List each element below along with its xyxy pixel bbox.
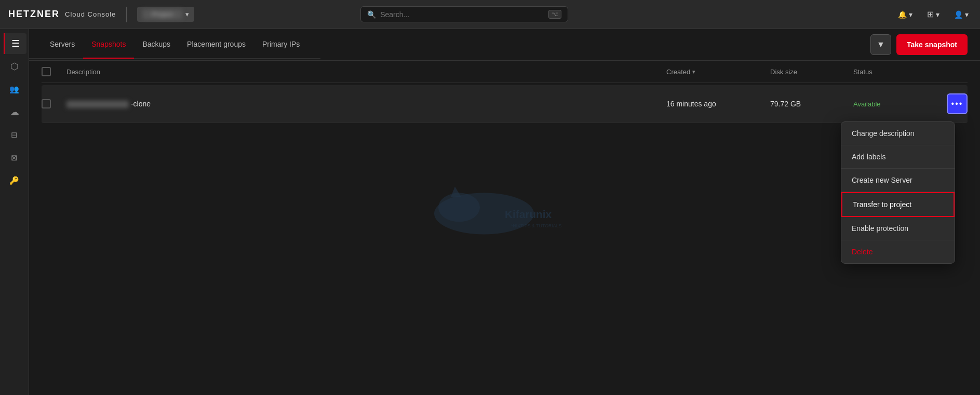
server-icon: ⬡ bbox=[10, 61, 19, 72]
loadbalancer-icon: ⊠ bbox=[11, 153, 18, 162]
main-layout: ☰ ⬡ 👥 ☁ ⊟ ⊠ 🔑 Servers bbox=[0, 29, 980, 395]
filter-icon: ▼ bbox=[877, 40, 885, 49]
actions-dropdown: Change description Add labels Create new… bbox=[841, 121, 955, 264]
tabs-actions-bar: Servers Snapshots Backups Placement grou… bbox=[29, 29, 980, 61]
svg-marker-2 bbox=[451, 186, 461, 197]
row-description: -clone bbox=[66, 100, 666, 108]
more-icon: ••• bbox=[951, 99, 963, 108]
row-disk-size: 79.72 GB bbox=[770, 100, 853, 108]
sidebar-item-volumes[interactable]: ☁ bbox=[4, 102, 25, 122]
tab-primary-ips[interactable]: Primary IPs bbox=[254, 31, 308, 59]
search-input[interactable] bbox=[380, 10, 544, 19]
cloud-console-label: Cloud Console bbox=[65, 10, 116, 18]
chevron-down-icon: ▾ bbox=[936, 10, 939, 19]
svg-text:Kifarunix: Kifarunix bbox=[505, 208, 552, 220]
sidebar-item-ssh-keys[interactable]: 🔑 bbox=[4, 170, 25, 191]
brand-logo: HETZNER Cloud Console bbox=[8, 9, 116, 20]
sidebar-item-networks[interactable]: ⊟ bbox=[4, 125, 25, 145]
sidebar-item-loadbalancers[interactable]: ⊠ bbox=[4, 147, 25, 168]
table-row: -clone 16 minutes ago 79.72 GB Available… bbox=[42, 85, 968, 123]
sort-icon: ▾ bbox=[692, 69, 695, 75]
sidebar-item-users[interactable]: 👥 bbox=[4, 79, 25, 100]
users-icon: 👥 bbox=[9, 85, 19, 94]
network-icon: ⊟ bbox=[11, 130, 18, 140]
row-actions-col: ••• bbox=[936, 93, 968, 114]
main-content: Servers Snapshots Backups Placement grou… bbox=[29, 29, 980, 395]
header-disk-size: Disk size bbox=[770, 68, 853, 76]
project-selector[interactable]: Project ▾ bbox=[137, 7, 194, 22]
notifications-button[interactable]: 🔔 ▾ bbox=[895, 8, 916, 21]
take-snapshot-button[interactable]: Take snapshot bbox=[896, 34, 968, 55]
snapshots-table: Description Created ▾ Disk size Status -… bbox=[29, 61, 980, 123]
tab-servers[interactable]: Servers bbox=[42, 31, 83, 59]
tab-bar: Servers Snapshots Backups Placement grou… bbox=[29, 31, 320, 59]
watermark: Kifarunix *NIXTIPS & TUTORIALS bbox=[401, 180, 609, 244]
nav-right-section: 🔔 ▾ ⊞ ▾ 👤 ▾ bbox=[895, 7, 972, 21]
blurred-name bbox=[66, 101, 129, 108]
svg-point-1 bbox=[438, 193, 480, 222]
sidebar: ☰ ⬡ 👥 ☁ ⊟ ⊠ 🔑 bbox=[0, 29, 29, 395]
row-checkbox-col bbox=[42, 99, 66, 108]
dropdown-item-delete[interactable]: Delete bbox=[841, 240, 955, 263]
tab-placement-groups[interactable]: Placement groups bbox=[179, 31, 254, 59]
status-badge: Available bbox=[853, 100, 881, 108]
tab-snapshots[interactable]: Snapshots bbox=[83, 31, 134, 59]
user-icon: 👤 bbox=[954, 10, 963, 19]
list-icon: ☰ bbox=[11, 38, 20, 49]
nav-divider bbox=[126, 7, 127, 22]
bell-icon: 🔔 bbox=[898, 10, 907, 19]
dropdown-item-transfer-project[interactable]: Transfer to project bbox=[841, 192, 955, 217]
grid-icon: ⊞ bbox=[927, 9, 934, 19]
cloud-icon: ☁ bbox=[10, 106, 19, 118]
dropdown-item-enable-protection[interactable]: Enable protection bbox=[841, 217, 955, 240]
hetzner-logo-text: HETZNER bbox=[8, 9, 60, 20]
chevron-down-icon: ▾ bbox=[965, 10, 969, 19]
dropdown-item-add-labels[interactable]: Add labels bbox=[841, 145, 955, 169]
sidebar-item-dashboard[interactable]: ☰ bbox=[4, 33, 26, 54]
svg-point-0 bbox=[434, 193, 534, 234]
header-created[interactable]: Created ▾ bbox=[666, 68, 770, 76]
chevron-down-icon: ▾ bbox=[909, 10, 912, 19]
top-navigation: HETZNER Cloud Console Project ▾ 🔍 ⌥ 🔔 ▾ … bbox=[0, 0, 980, 29]
project-name: Project bbox=[142, 9, 182, 19]
search-shortcut: ⌥ bbox=[548, 10, 561, 19]
dropdown-item-create-server[interactable]: Create new Server bbox=[841, 169, 955, 192]
search-icon: 🔍 bbox=[367, 10, 376, 19]
row-actions-button[interactable]: ••• bbox=[947, 93, 968, 114]
tab-backups[interactable]: Backups bbox=[134, 31, 179, 59]
user-button[interactable]: 👤 ▾ bbox=[951, 8, 972, 21]
header-checkbox-col bbox=[42, 67, 66, 76]
row-status: Available bbox=[853, 100, 936, 108]
description-suffix: -clone bbox=[131, 100, 151, 108]
chevron-down-icon: ▾ bbox=[185, 10, 189, 18]
sidebar-item-servers[interactable]: ⬡ bbox=[4, 56, 25, 77]
select-all-checkbox[interactable] bbox=[42, 67, 51, 76]
svg-text:*NIXTIPS & TUTORIALS: *NIXTIPS & TUTORIALS bbox=[511, 223, 562, 228]
header-description: Description bbox=[66, 68, 666, 76]
apps-button[interactable]: ⊞ ▾ bbox=[924, 7, 943, 21]
table-header: Description Created ▾ Disk size Status bbox=[42, 61, 968, 83]
filter-button[interactable]: ▼ bbox=[870, 34, 891, 55]
key-icon: 🔑 bbox=[9, 176, 19, 185]
header-status: Status bbox=[853, 68, 936, 76]
dropdown-item-change-description[interactable]: Change description bbox=[841, 122, 955, 145]
search-bar: 🔍 ⌥ bbox=[360, 6, 568, 22]
row-checkbox[interactable] bbox=[42, 99, 51, 108]
row-created: 16 minutes ago bbox=[666, 100, 770, 108]
